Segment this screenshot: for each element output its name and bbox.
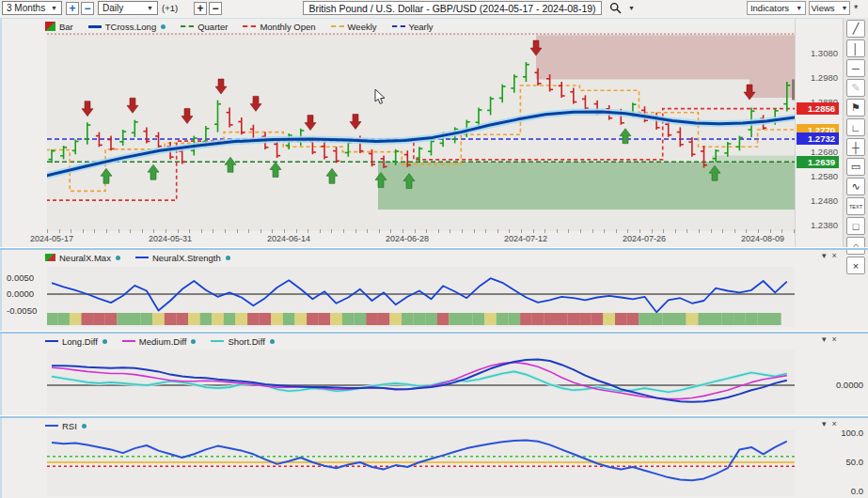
range-select[interactable]: 3 Months ▼	[2, 1, 62, 15]
legend-item-medium-diff[interactable]: Medium.Diff	[122, 336, 197, 347]
symbol-title[interactable]: British Pound / U.S. Dollar - GBP/USD (2…	[303, 1, 602, 15]
price-badge: 1.2732	[797, 132, 839, 145]
sell-arrow	[127, 98, 138, 113]
interval-select-value: Daily	[103, 3, 123, 13]
search-icon[interactable]	[609, 2, 622, 14]
legend-item-neuralx-max[interactable]: NeuralX.Max	[45, 253, 120, 263]
crosshair-tool[interactable]: ┼	[846, 138, 865, 156]
main-price-plot[interactable]	[47, 33, 795, 231]
rsi-plot[interactable]	[47, 430, 795, 496]
long-diff-line-icon	[45, 340, 58, 342]
neuralx-max-cell	[176, 313, 188, 325]
ellipse-tool[interactable]: ○	[846, 237, 865, 255]
neuralx-panel-legend: NeuralX.Max NeuralX.Strength	[45, 252, 230, 263]
horizontal-line-tool[interactable]: ─	[846, 59, 865, 77]
neuralx-max-cell	[283, 313, 295, 325]
wave-tool[interactable]: ∿	[846, 178, 865, 195]
legend-settings-dot[interactable]	[161, 24, 166, 29]
neuralx-max-cell	[236, 313, 248, 325]
neuralx-max-cell	[129, 313, 141, 325]
indicators-button[interactable]: Indicators ▼	[747, 1, 806, 15]
legend-settings-dot[interactable]	[82, 424, 87, 428]
legend-item-rsi[interactable]: RSI	[45, 421, 87, 431]
short-diff-line-icon	[211, 340, 224, 342]
panel-separator[interactable]	[0, 331, 868, 334]
legend-settings-dot[interactable]	[270, 339, 275, 344]
chevron-down-icon: ▼	[842, 5, 848, 11]
neuralx-max-cell	[449, 313, 461, 325]
neuralx-max-cell	[746, 313, 758, 325]
price-zone	[536, 35, 795, 79]
vertical-line-tool[interactable]: │	[846, 39, 865, 57]
tcross-line-icon	[88, 25, 102, 28]
legend-settings-dot[interactable]	[103, 339, 107, 344]
flag-marker-tool[interactable]: ⚑	[846, 99, 865, 117]
range-zoom-out-button[interactable]: −	[81, 2, 94, 15]
neuralx-max-cell	[556, 313, 568, 325]
symbol-search[interactable]: ▼	[609, 2, 635, 14]
range-zoom-in-button[interactable]: +	[66, 2, 79, 15]
pencil-tool: ✎	[846, 79, 865, 97]
medium-diff-line	[52, 363, 787, 399]
trend-line-tool[interactable]: ╱	[846, 20, 865, 38]
legend-item-tcross-long[interactable]: TCross.Long	[88, 22, 166, 32]
buy-arrow	[270, 163, 281, 178]
rectangle-tool[interactable]: □	[846, 217, 865, 235]
legend-item-weekly[interactable]: Weekly	[331, 22, 377, 32]
buy-arrow	[101, 168, 112, 183]
neuralx-max-cell	[592, 313, 604, 325]
neuralx-max-cell	[757, 313, 769, 325]
legend-item-short-diff[interactable]: Short.Diff	[211, 336, 274, 347]
legend-item-yearly[interactable]: Yearly	[392, 22, 434, 32]
panel-separator[interactable]	[0, 247, 868, 250]
neuralx-max-cell	[105, 313, 118, 325]
angle-tool[interactable]: ∟	[846, 118, 865, 136]
collapse-panel-icon[interactable]: ▾	[822, 335, 827, 344]
neuralx-max-cell	[544, 313, 556, 325]
neuralx-max-cell	[662, 313, 674, 325]
neuralx-plot[interactable]	[47, 267, 795, 327]
sell-arrow	[215, 79, 227, 94]
views-button[interactable]: Views ▼	[809, 1, 850, 15]
neuralx-max-cell	[484, 313, 497, 325]
chevron-down-icon[interactable]: ▼	[628, 5, 635, 11]
delete-tool[interactable]: ×	[846, 257, 865, 274]
chevron-down-icon: ▼	[51, 5, 57, 11]
yearly-line-icon	[392, 25, 405, 27]
neuralx-max-cell	[603, 313, 615, 325]
bar-minus-button[interactable]: −	[209, 2, 222, 15]
neuralx-max-cell	[651, 313, 663, 325]
top-toolbar: 3 Months ▼ + − Daily ▼ (+1) + − British …	[0, 0, 868, 19]
neuralx-max-cell	[82, 313, 94, 325]
callout-tool[interactable]: ▭	[846, 158, 865, 176]
legend-item-monthly-open[interactable]: Monthly Open	[243, 22, 315, 32]
sell-arrow	[305, 116, 316, 131]
legend-settings-dot[interactable]	[226, 256, 230, 260]
buy-arrow	[225, 157, 236, 172]
price-tick-label: 1.2580	[795, 171, 838, 181]
panel-separator[interactable]	[0, 415, 868, 418]
neuralx-max-cell	[722, 313, 734, 325]
text-tool[interactable]: TEXT	[846, 197, 865, 215]
bar-plus-button[interactable]: +	[194, 2, 207, 15]
sell-arrow	[181, 109, 193, 124]
collapse-panel-icon[interactable]: ▾	[822, 252, 827, 260]
close-panel-icon[interactable]: ×	[832, 252, 837, 260]
interval-offset-label: (+1)	[162, 3, 178, 13]
interval-select[interactable]: Daily ▼	[98, 1, 158, 15]
neuralx-panel-controls: ▾ ×	[822, 252, 846, 260]
close-panel-icon[interactable]: ×	[832, 335, 837, 344]
legend-item-quarter[interactable]: Quarter	[181, 22, 228, 32]
axis-tick-label: 0.0000	[7, 288, 46, 299]
legend-settings-dot[interactable]	[116, 256, 120, 260]
axis-tick-label: 0.0	[820, 486, 863, 496]
legend-item-long-diff[interactable]: Long.Diff	[45, 336, 107, 347]
legend-label: Weekly	[348, 22, 377, 32]
legend-settings-dot[interactable]	[191, 339, 196, 344]
legend-item-neuralx-strength[interactable]: NeuralX.Strength	[135, 253, 230, 263]
diff-plot[interactable]	[47, 350, 795, 413]
legend-item-bar[interactable]: Bar	[45, 22, 73, 32]
price-tick-label: 1.3080	[795, 48, 838, 58]
neuralx-max-cell	[425, 313, 437, 325]
neuralx-max-cell	[532, 313, 544, 325]
